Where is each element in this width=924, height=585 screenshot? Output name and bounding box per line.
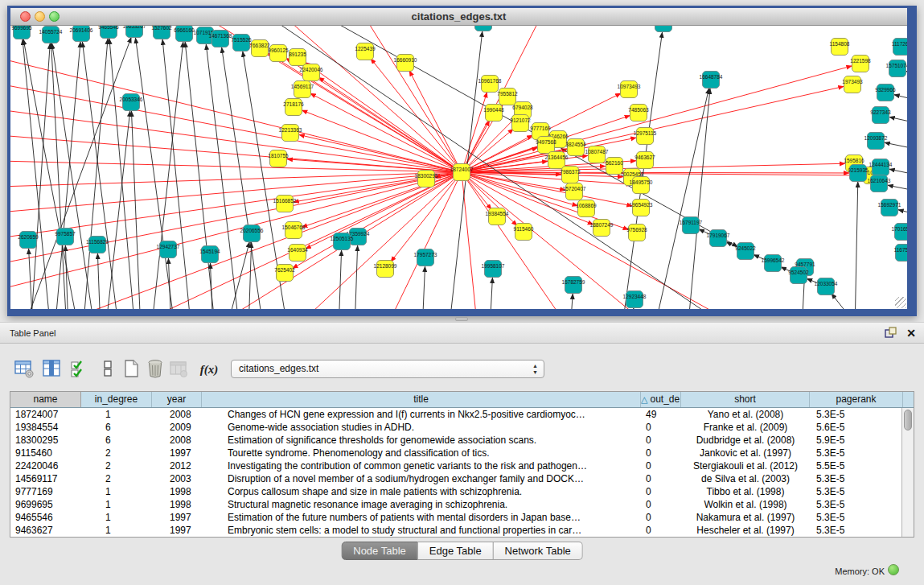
network-node[interactable]: 17957273 <box>414 249 437 266</box>
column-header-name[interactable]: name <box>10 392 81 407</box>
network-node[interactable]: 1572212 <box>473 26 494 31</box>
column-header-year[interactable]: year <box>152 392 202 407</box>
network-node[interactable]: 10653267 <box>123 26 146 38</box>
network-node[interactable]: 20691406 <box>70 26 93 42</box>
cell-in_degree[interactable]: 1 <box>81 485 152 498</box>
cell-out_degree[interactable]: 0 <box>641 485 681 498</box>
network-node[interactable]: 891235 <box>289 49 306 66</box>
cell-year[interactable]: 1997 <box>152 524 202 537</box>
cell-year[interactable]: 2008 <box>152 408 202 421</box>
cell-in_degree[interactable]: 2 <box>81 447 152 459</box>
network-node[interactable]: 20053346 <box>120 94 143 111</box>
cell-title[interactable]: Corpus callosum shape and size in male p… <box>202 485 641 498</box>
network-node[interactable]: 19384554 <box>486 208 509 225</box>
tab-network-table[interactable]: Network Table <box>494 542 583 560</box>
network-node[interactable]: 17919067 <box>707 230 730 247</box>
cell-title[interactable]: Estimation of the future numbers of pati… <box>202 511 641 524</box>
cell-name[interactable]: 9115460 <box>10 447 81 459</box>
cell-year[interactable]: 1998 <box>152 498 202 511</box>
cell-out_degree[interactable]: 0 <box>641 447 681 459</box>
network-canvas[interactable]: 9699695140557242069140694655461065326715… <box>10 26 907 309</box>
network-node[interactable]: 19958107 <box>482 261 505 278</box>
cell-in_degree[interactable]: 2 <box>81 472 152 485</box>
network-node[interactable]: 12213363 <box>279 125 302 142</box>
network-node[interactable]: 1973493 <box>842 76 863 93</box>
network-node[interactable]: 16210643 <box>868 175 891 192</box>
network-node[interactable]: 12093872 <box>864 133 888 150</box>
network-node[interactable]: 1640934 <box>287 245 308 262</box>
cell-title[interactable]: Embryonic stem cells: a model to study s… <box>202 524 641 537</box>
network-node[interactable]: 10961768 <box>478 76 502 93</box>
network-node[interactable]: 12444134 <box>869 159 893 176</box>
cell-out_degree[interactable]: 0 <box>641 472 681 485</box>
network-node[interactable]: 12505135 <box>331 233 354 250</box>
cell-short[interactable]: Franke et al. (2009) <box>681 421 810 434</box>
cell-name[interactable]: 18724007 <box>10 408 81 421</box>
cell-out_degree[interactable]: 0 <box>641 498 681 511</box>
row-options-button[interactable] <box>97 358 119 381</box>
network-node[interactable]: 16791197 <box>680 217 703 234</box>
network-node[interactable]: 1225439 <box>355 43 376 60</box>
cell-in_degree[interactable]: 1 <box>81 524 152 537</box>
cell-title[interactable]: Tourette syndrome. Phenomenology and cla… <box>202 447 641 459</box>
network-node[interactable]: 15692971 <box>878 200 901 216</box>
network-node[interactable]: 12923448 <box>623 291 647 308</box>
cell-name[interactable]: 14569117 <box>10 472 81 485</box>
cell-short[interactable]: de Silva et al. (2003) <box>681 472 810 485</box>
column-header-short[interactable]: short <box>681 392 810 407</box>
column-header-in_degree[interactable]: in_degree <box>81 392 152 407</box>
network-node[interactable]: 16660910 <box>394 55 417 72</box>
show-columns-button[interactable] <box>40 358 63 381</box>
cell-year[interactable]: 2012 <box>152 459 202 472</box>
network-node[interactable]: 9121072 <box>510 115 531 132</box>
cell-pagerank[interactable]: 5.3E-5 <box>810 472 903 485</box>
cell-in_degree[interactable]: 1 <box>81 511 152 524</box>
network-node[interactable]: 7663822 <box>249 40 270 57</box>
close-panel-icon[interactable]: ✕ <box>906 327 916 340</box>
cell-year[interactable]: 1998 <box>152 485 202 498</box>
network-node[interactable]: 9463627 <box>634 152 655 169</box>
float-panel-icon[interactable] <box>885 327 897 340</box>
cell-in_degree[interactable]: 1 <box>81 408 152 421</box>
cell-pagerank[interactable]: 5.5E-5 <box>810 459 903 472</box>
cell-out_degree[interactable]: 0 <box>641 524 681 537</box>
network-node[interactable]: 1154808 <box>830 39 850 56</box>
network-node[interactable]: 12975115 <box>634 128 657 145</box>
table-row[interactable]: 1830029562008Estimation of significance … <box>10 434 914 447</box>
network-node[interactable]: 9115460 <box>514 224 534 241</box>
network-node[interactable]: 20206556 <box>240 225 264 242</box>
table-row[interactable]: 1456911722003Disruption of a novel membe… <box>10 472 914 485</box>
cell-name[interactable]: 9463627 <box>10 524 81 537</box>
cell-pagerank[interactable]: 5.3E-5 <box>810 485 903 498</box>
network-node[interactable]: 17016504 <box>892 224 907 241</box>
cell-title[interactable]: Estimation of significance thresholds fo… <box>202 434 641 447</box>
table-row[interactable]: 1872400712008Changes of HCN gene express… <box>10 408 914 421</box>
network-node[interactable]: 10973493 <box>618 81 641 98</box>
window-titlebar[interactable]: citations_edges.txt <box>10 8 907 26</box>
network-node[interactable]: 7955812 <box>497 89 518 105</box>
network-node[interactable]: 8813054 <box>653 26 674 32</box>
cell-name[interactable]: 22420046 <box>10 459 81 472</box>
network-node[interactable]: 18300295 <box>415 171 438 187</box>
create-column-button[interactable] <box>120 358 142 381</box>
cell-out_degree[interactable]: 0 <box>641 459 681 472</box>
network-node[interactable]: 9497568 <box>536 137 556 154</box>
network-node[interactable]: 3824554 <box>565 139 586 156</box>
cell-pagerank[interactable]: 5.9E-5 <box>810 434 903 447</box>
cell-out_degree[interactable]: 0 <box>641 434 681 447</box>
network-node[interactable]: 15166852 <box>273 196 297 212</box>
cell-in_degree[interactable]: 1 <box>81 498 152 511</box>
network-node[interactable]: 1527602 <box>151 26 172 39</box>
network-node[interactable]: 19654923 <box>630 200 653 216</box>
cell-short[interactable]: Yano et al. (2008) <box>681 408 810 421</box>
cell-name[interactable]: 9699695 <box>10 498 81 511</box>
network-node[interactable]: 16648784 <box>700 72 723 89</box>
network-node[interactable]: 15751074 <box>886 60 907 77</box>
cell-pagerank[interactable]: 5.3E-5 <box>810 498 903 511</box>
cell-year[interactable]: 2009 <box>152 421 202 434</box>
cell-pagerank[interactable]: 5.3E-5 <box>810 511 903 524</box>
network-node[interactable]: 1545194 <box>199 246 220 263</box>
window-resize-grip[interactable] <box>895 297 906 308</box>
column-header-title[interactable]: title <box>202 392 641 407</box>
delete-columns-button[interactable] <box>144 358 166 381</box>
